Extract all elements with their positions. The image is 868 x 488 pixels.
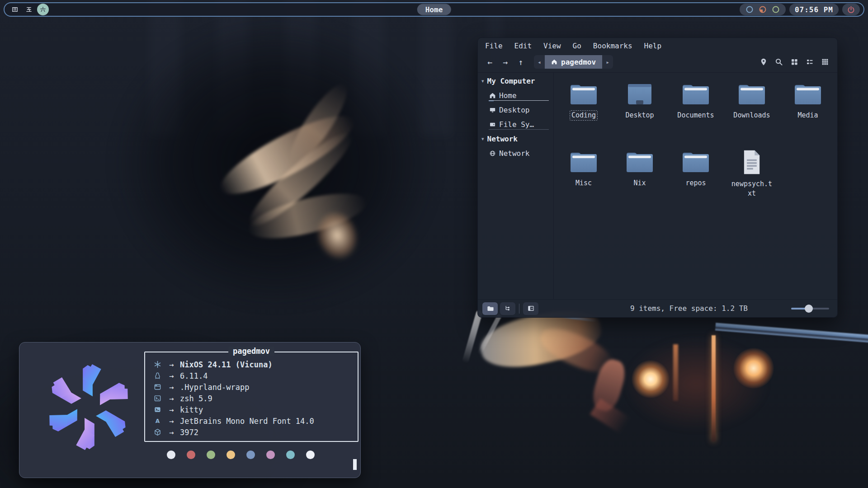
file-item-misc[interactable]: Misc xyxy=(556,150,612,217)
icon-pane-toggle-button[interactable] xyxy=(482,302,498,315)
file-item-media[interactable]: Media xyxy=(780,82,836,150)
packages-icon xyxy=(152,428,163,436)
fetch-arrow: → xyxy=(163,394,180,403)
palette-dot-bright-white xyxy=(306,450,315,459)
bar-right-modules: 07:56 PM xyxy=(740,4,860,15)
compact-view-icon xyxy=(821,58,829,66)
search-button[interactable] xyxy=(772,56,786,68)
desktop: Home 07:56 PM xyxy=(0,0,868,488)
file-item-nix[interactable]: Nix xyxy=(612,150,668,217)
sidebar-header-label: My Computer xyxy=(487,77,535,85)
terminal-cursor[interactable] xyxy=(353,459,357,470)
menu-bar: File Edit View Go Bookmarks Help xyxy=(478,38,837,53)
fetch-shell-value: zsh 5.9 xyxy=(180,394,212,403)
indicator-blue-icon xyxy=(745,5,754,14)
forward-button[interactable]: → xyxy=(499,56,512,68)
wallpaper-white-strand xyxy=(462,310,483,363)
zoom-slider[interactable] xyxy=(791,305,829,313)
file-label: Nix xyxy=(633,178,646,188)
path-next-chevron[interactable]: ▸ xyxy=(602,59,613,66)
file-label: Misc xyxy=(576,178,592,188)
file-label: repos xyxy=(685,178,706,188)
sidebar-section-network[interactable]: ▾ Network xyxy=(478,131,553,146)
sidebar-item-home[interactable]: Home xyxy=(478,88,553,103)
workspace-5-glyph xyxy=(25,6,33,13)
wallpaper-lantern-glow xyxy=(733,348,774,389)
folder-icon xyxy=(569,150,598,174)
sidebar-item-desktop[interactable]: Desktop xyxy=(478,103,553,117)
sidebar-item-label: Home xyxy=(499,91,517,100)
folder-icon xyxy=(681,150,710,174)
power-button[interactable] xyxy=(842,4,860,15)
desktop-icon xyxy=(489,107,496,113)
up-button[interactable]: ↑ xyxy=(514,56,528,68)
sidebar-item-filesystem[interactable]: File Sy… xyxy=(478,117,553,131)
menu-file[interactable]: File xyxy=(485,42,503,52)
status-bar: Home 07:56 PM xyxy=(4,2,864,17)
nixos-logo xyxy=(44,362,133,452)
file-item-desktop[interactable]: Desktop xyxy=(612,82,668,150)
fetch-arrow: → xyxy=(163,428,180,437)
svg-text:A: A xyxy=(155,418,160,424)
icon-view-button[interactable] xyxy=(788,56,801,68)
menu-view[interactable]: View xyxy=(543,42,561,52)
palette-dot-magenta xyxy=(266,450,275,459)
terminal-icon xyxy=(152,406,163,413)
indicator-orange-icon xyxy=(758,5,767,14)
file-item-coding[interactable]: Coding xyxy=(556,82,612,150)
palette-dot-green xyxy=(207,450,215,459)
folder-icon xyxy=(569,82,598,106)
wm-icon xyxy=(152,383,163,391)
indicator-green-icon xyxy=(771,5,780,14)
side-pane-toggle-button[interactable] xyxy=(523,302,538,315)
file-label: Media xyxy=(797,111,818,120)
active-window-title[interactable]: Home xyxy=(417,4,451,15)
file-item-documents[interactable]: Documents xyxy=(668,82,724,150)
file-item-repos[interactable]: repos xyxy=(668,150,724,217)
workspace-5[interactable] xyxy=(23,4,35,15)
fetch-line-os: → NixOS 24.11 (Vicuna) xyxy=(152,359,358,370)
folder-icon xyxy=(793,82,822,106)
file-item-downloads[interactable]: Downloads xyxy=(724,82,780,150)
folder-icon xyxy=(625,150,654,174)
statusbar-separator xyxy=(519,304,519,314)
palette-dot-blue xyxy=(246,450,255,459)
clock[interactable]: 07:56 PM xyxy=(789,4,839,15)
folder-icon xyxy=(681,82,710,106)
collapse-triangle-icon: ▾ xyxy=(481,78,484,84)
sidebar-item-label: Network xyxy=(499,149,529,158)
wallpaper-lantern-strip xyxy=(712,335,716,441)
menu-go[interactable]: Go xyxy=(573,42,581,52)
slider-knob[interactable] xyxy=(805,305,813,313)
sidebar-section-my-computer[interactable]: ▾ My Computer xyxy=(478,74,553,88)
list-view-button[interactable] xyxy=(803,56,816,68)
sidebar-item-network[interactable]: Network xyxy=(478,146,553,160)
path-segment-home[interactable]: pagedmov xyxy=(545,55,602,69)
home-icon xyxy=(489,92,496,99)
workspace-4[interactable] xyxy=(9,4,21,15)
wallpaper-lantern-strip xyxy=(673,344,678,401)
location-pin-button[interactable] xyxy=(757,56,770,68)
workspace-6-active[interactable] xyxy=(37,4,49,15)
terminal-window: pagedmov → NixOS 24.11 (Vicuna) xyxy=(19,342,361,478)
tree-view-icon xyxy=(504,305,512,312)
menu-help[interactable]: Help xyxy=(644,42,662,52)
system-indicators[interactable] xyxy=(740,4,786,15)
menu-bookmarks[interactable]: Bookmarks xyxy=(593,42,632,52)
fetch-wm-value: .Hyprland-wrapp xyxy=(180,383,250,392)
nixos-icon xyxy=(152,361,163,368)
menu-edit[interactable]: Edit xyxy=(514,42,532,52)
file-item-newpsych-txt[interactable]: newpsych.txt xyxy=(724,150,780,217)
fetch-os-value: NixOS 24.11 (Vicuna) xyxy=(180,360,273,369)
fetch-kernel-value: 6.11.4 xyxy=(180,371,208,380)
text-file-icon xyxy=(741,150,762,175)
tree-pane-toggle-button[interactable] xyxy=(500,302,515,315)
path-prev-chevron[interactable]: ◂ xyxy=(534,59,545,66)
file-label: Documents xyxy=(677,111,714,120)
filesystem-icon xyxy=(489,121,496,128)
back-button[interactable]: ← xyxy=(483,56,497,68)
side-panel-icon xyxy=(527,305,535,312)
fetch-box: pagedmov → NixOS 24.11 (Vicuna) xyxy=(144,352,359,442)
compact-view-button[interactable] xyxy=(818,56,832,68)
fetch-line-shell: → zsh 5.9 xyxy=(152,393,358,404)
